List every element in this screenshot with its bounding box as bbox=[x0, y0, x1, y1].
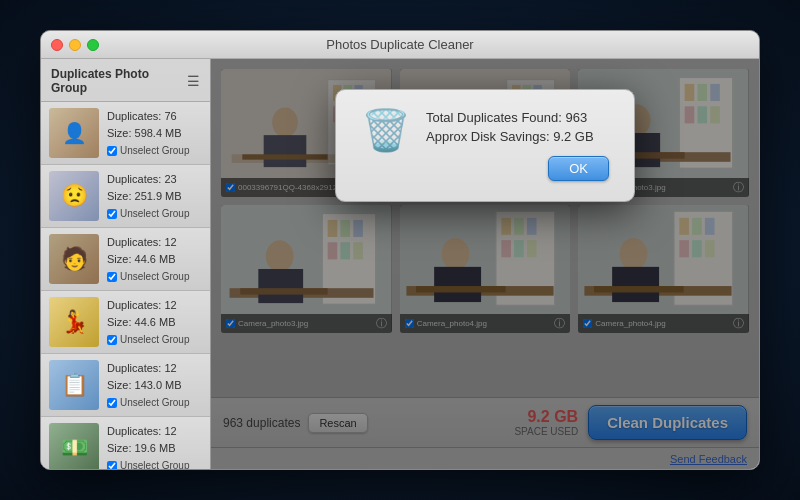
unselect-group[interactable]: Unselect Group bbox=[107, 143, 202, 158]
sidebar-item[interactable]: 📋 Duplicates: 12 Size: 143.0 MB Unselect… bbox=[41, 354, 210, 417]
sidebar-item-info: Duplicates: 12 Size: 44.6 MB Unselect Gr… bbox=[107, 234, 202, 284]
titlebar: Photos Duplicate Cleaner bbox=[41, 31, 759, 59]
thumb-3: 🧑 bbox=[49, 234, 99, 284]
thumb-5: 📋 bbox=[49, 360, 99, 410]
dup-size: Size: 598.4 MB bbox=[107, 125, 202, 142]
sidebar-item-info: Duplicates: 76 Size: 598.4 MB Unselect G… bbox=[107, 108, 202, 158]
maximize-button[interactable] bbox=[87, 39, 99, 51]
thumb-1: 👤 bbox=[49, 108, 99, 158]
unselect-group[interactable]: Unselect Group bbox=[107, 332, 202, 347]
sidebar-item[interactable]: 🧑 Duplicates: 12 Size: 44.6 MB Unselect … bbox=[41, 228, 210, 291]
minimize-button[interactable] bbox=[69, 39, 81, 51]
dup-size: Size: 19.6 MB bbox=[107, 440, 202, 457]
dup-count: Duplicates: 12 bbox=[107, 423, 202, 440]
list-icon[interactable]: ☰ bbox=[187, 73, 200, 89]
modal-icon: 🗑️ bbox=[361, 110, 411, 150]
unselect-group[interactable]: Unselect Group bbox=[107, 206, 202, 221]
modal-line-2: Approx Disk Savings: 9.2 GB bbox=[426, 129, 609, 144]
thumb-4: 💃 bbox=[49, 297, 99, 347]
dup-count: Duplicates: 12 bbox=[107, 360, 202, 377]
modal-dialog: 🗑️ Total Duplicates Found: 963 Approx Di… bbox=[335, 89, 635, 202]
sidebar-item-info: Duplicates: 12 Size: 19.6 MB Unselect Gr… bbox=[107, 423, 202, 469]
unselect-checkbox[interactable] bbox=[107, 209, 117, 219]
dup-size: Size: 251.9 MB bbox=[107, 188, 202, 205]
dup-count: Duplicates: 12 bbox=[107, 297, 202, 314]
unselect-checkbox[interactable] bbox=[107, 461, 117, 470]
dup-count: Duplicates: 12 bbox=[107, 234, 202, 251]
close-button[interactable] bbox=[51, 39, 63, 51]
main-window: Photos Duplicate Cleaner Duplicates Phot… bbox=[40, 30, 760, 470]
unselect-group[interactable]: Unselect Group bbox=[107, 395, 202, 410]
sidebar-item-info: Duplicates: 12 Size: 44.6 MB Unselect Gr… bbox=[107, 297, 202, 347]
window-title: Photos Duplicate Cleaner bbox=[326, 37, 473, 52]
content-area: Duplicates Photo Group ☰ 👤 Duplicates: 7… bbox=[41, 59, 759, 469]
thumb-2: 😟 bbox=[49, 171, 99, 221]
main-area: 0003396791QQ-4368x2912.jpg ⓘ bbox=[211, 59, 759, 469]
unselect-checkbox[interactable] bbox=[107, 146, 117, 156]
unselect-checkbox[interactable] bbox=[107, 398, 117, 408]
sidebar-title: Duplicates Photo Group bbox=[51, 67, 187, 95]
dup-size: Size: 44.6 MB bbox=[107, 314, 202, 331]
unselect-group[interactable]: Unselect Group bbox=[107, 269, 202, 284]
sidebar-item[interactable]: 💵 Duplicates: 12 Size: 19.6 MB Unselect … bbox=[41, 417, 210, 469]
ok-button[interactable]: OK bbox=[548, 156, 609, 181]
dup-count: Duplicates: 23 bbox=[107, 171, 202, 188]
sidebar-item-info: Duplicates: 12 Size: 143.0 MB Unselect G… bbox=[107, 360, 202, 410]
sidebar-item-info: Duplicates: 23 Size: 251.9 MB Unselect G… bbox=[107, 171, 202, 221]
unselect-checkbox[interactable] bbox=[107, 272, 117, 282]
unselect-group[interactable]: Unselect Group bbox=[107, 458, 202, 469]
sidebar: Duplicates Photo Group ☰ 👤 Duplicates: 7… bbox=[41, 59, 211, 469]
unselect-checkbox[interactable] bbox=[107, 335, 117, 345]
dup-size: Size: 44.6 MB bbox=[107, 251, 202, 268]
modal-content: Total Duplicates Found: 963 Approx Disk … bbox=[426, 110, 609, 181]
sidebar-header: Duplicates Photo Group ☰ bbox=[41, 59, 210, 102]
sidebar-item[interactable]: 💃 Duplicates: 12 Size: 44.6 MB Unselect … bbox=[41, 291, 210, 354]
sidebar-item[interactable]: 😟 Duplicates: 23 Size: 251.9 MB Unselect… bbox=[41, 165, 210, 228]
modal-overlay: 🗑️ Total Duplicates Found: 963 Approx Di… bbox=[211, 59, 759, 469]
sidebar-item[interactable]: 👤 Duplicates: 76 Size: 598.4 MB Unselect… bbox=[41, 102, 210, 165]
dup-count: Duplicates: 76 bbox=[107, 108, 202, 125]
thumb-6: 💵 bbox=[49, 423, 99, 469]
dup-size: Size: 143.0 MB bbox=[107, 377, 202, 394]
modal-ok-row: OK bbox=[426, 156, 609, 181]
modal-line-1: Total Duplicates Found: 963 bbox=[426, 110, 609, 125]
traffic-lights bbox=[51, 39, 99, 51]
